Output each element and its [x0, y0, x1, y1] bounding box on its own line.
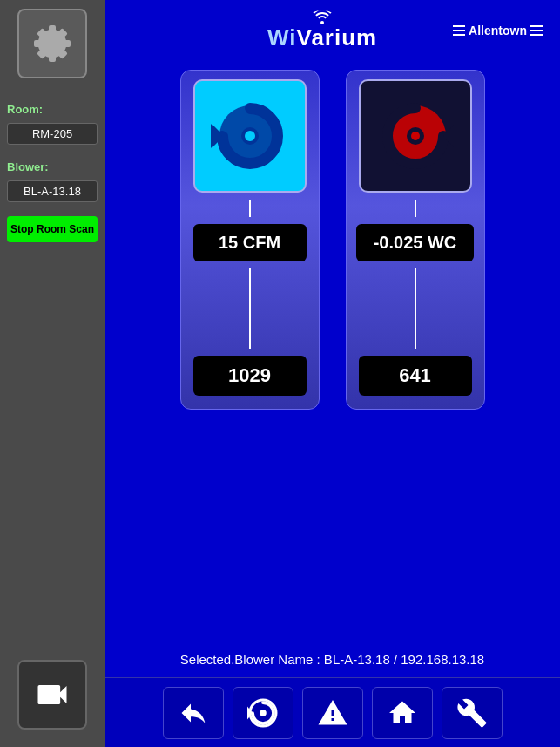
status-text: Selected.Blower Name : BL-A-13.18 / 192.…	[180, 652, 484, 667]
blower-label: Blower:	[7, 160, 49, 173]
camera-button[interactable]	[17, 660, 87, 730]
exit-icon	[178, 697, 209, 729]
status-bar: Selected.Blower Name : BL-A-13.18 / 192.…	[105, 642, 560, 677]
alert-toolbar-button[interactable]	[302, 687, 363, 739]
logo-wi: Wi	[267, 24, 297, 51]
bottom-toolbar	[105, 677, 560, 747]
svg-point-9	[411, 132, 420, 140]
wrench-icon	[456, 697, 488, 729]
blower-cards-area: 15 CFM 1029 -0.025 WC 641	[105, 61, 560, 642]
blower-icon-box-1	[193, 79, 307, 193]
sidebar: Room: RM-205 Blower: BL-A-13.18 Stop Roo…	[0, 0, 105, 747]
blower-icon-box-2	[359, 79, 472, 193]
alert-icon	[317, 697, 348, 729]
settings-button[interactable]	[17, 9, 87, 78]
logo: WiVarium	[192, 10, 453, 51]
home-icon	[387, 697, 418, 729]
logo-varium: Varium	[296, 24, 377, 51]
blower-counter-1: 1029	[193, 356, 307, 396]
main-content: WiVarium Allentown	[105, 0, 560, 747]
blower-wc-value: -0.025 WC	[356, 224, 475, 261]
blower-counter-2: 641	[359, 356, 472, 396]
connector-1	[249, 200, 251, 217]
connector-4	[415, 268, 416, 349]
location-label[interactable]: Allentown	[453, 24, 543, 37]
wrench-toolbar-button[interactable]	[442, 687, 503, 739]
blower-card-2[interactable]: -0.025 WC 641	[346, 70, 485, 410]
menu-icon	[453, 25, 465, 36]
blower-fan-icon-2	[372, 92, 459, 180]
stop-room-scan-button[interactable]: Stop Room Scan	[7, 216, 98, 242]
fan-toolbar-button[interactable]	[233, 687, 293, 739]
svg-point-12	[260, 710, 267, 716]
header: WiVarium Allentown	[105, 0, 560, 61]
blower-value: BL-A-13.18	[7, 180, 98, 202]
room-value: RM-205	[7, 123, 98, 145]
blower-fan-icon-1	[206, 92, 293, 180]
room-label: Room:	[7, 103, 43, 116]
menu-icon-right	[530, 25, 543, 36]
wifi-icon	[312, 10, 333, 24]
gear-icon	[30, 22, 74, 65]
svg-point-3	[245, 131, 255, 141]
camera-icon	[33, 676, 71, 714]
connector-2	[249, 268, 251, 349]
blower-card-1[interactable]: 15 CFM 1029	[180, 70, 320, 410]
blower-cfm-value: 15 CFM	[193, 224, 307, 261]
exit-toolbar-button[interactable]	[163, 687, 224, 739]
fan-toolbar-icon	[247, 697, 279, 729]
home-toolbar-button[interactable]	[372, 687, 433, 739]
connector-3	[415, 200, 416, 217]
